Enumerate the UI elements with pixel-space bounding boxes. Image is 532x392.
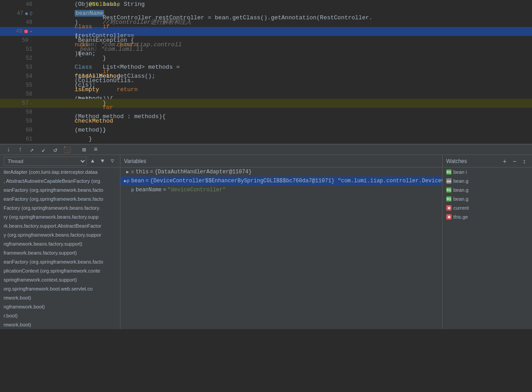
frame-view-btn[interactable]: ⊞ xyxy=(79,145,89,154)
watches-list: 01 bean i oo bean.g 01 bean.g 01 bean.g … xyxy=(443,167,532,329)
gutter-57: 57 ◦ xyxy=(0,100,36,106)
stack-item-5[interactable]: ry (org.springframework.beans.factory.su… xyxy=(0,212,120,221)
variables-panel: Variables ▶ ⊞ this = {DataAuthHandlerAda… xyxy=(120,155,442,329)
code-lines: 46 @Nullable 47 ◉ @ public Object postPr… xyxy=(0,0,532,144)
stack-item-1[interactable]: , AbstractAutowireCapableBeanFactory (or… xyxy=(0,176,120,185)
gutter-58: 58 xyxy=(0,109,36,115)
watch-bean-g-3[interactable]: 01 bean.g xyxy=(443,194,532,203)
watch-icon-3: 01 xyxy=(446,196,452,202)
watch-icon-5: ⊗ xyxy=(446,214,452,220)
gutter-61: 61 xyxy=(0,136,36,142)
var-icon-bean: p xyxy=(127,179,129,184)
gutter-48: 48 xyxy=(0,19,36,26)
breakpoint-dot xyxy=(24,30,28,33)
watches-controls: + − ↕ xyxy=(501,157,528,165)
filter-btn[interactable]: ▽ xyxy=(108,157,116,165)
stack-item-16[interactable]: r.boot) xyxy=(0,311,120,320)
settings-btn[interactable]: ≡ xyxy=(91,145,101,154)
stack-item-12[interactable]: springframework.context.support) xyxy=(0,275,120,284)
gutter-59: 59 xyxy=(0,118,36,124)
gutter-55: 55 xyxy=(0,82,36,88)
step-into-btn[interactable]: ↗ xyxy=(27,145,37,154)
stack-item-13[interactable]: org.springframework.boot.web.servlet.co xyxy=(0,284,120,293)
stack-item-17[interactable]: rework.boot) xyxy=(0,320,120,329)
stack-item-8[interactable]: ngframework.beans.factory.support) xyxy=(0,239,120,248)
code-editor[interactable]: 46 @Nullable 47 ◉ @ public Object postPr… xyxy=(0,0,532,144)
watch-bean-i[interactable]: 01 bean i xyxy=(443,167,532,176)
var-icon-beanname: p xyxy=(131,188,134,193)
stack-item-11[interactable]: plicationContext (org.springframework.co… xyxy=(0,266,120,275)
step-out-btn[interactable]: ↙ xyxy=(39,145,49,154)
gutter-51: 51 xyxy=(0,46,36,53)
gutter-53: 53 xyxy=(0,64,36,70)
stack-item-9[interactable]: framework.beans.factory.support) xyxy=(0,248,120,257)
nav-up-btn[interactable]: ▲ xyxy=(89,157,97,165)
var-beanname[interactable]: p beanName = "deviceController" xyxy=(120,185,442,194)
var-bean[interactable]: ▶ p bean = {DeviceController$$EnhancerBy… xyxy=(120,176,442,185)
watches-header: Watches + − ↕ xyxy=(443,155,532,167)
var-icon-this: ⊞ xyxy=(131,169,134,175)
stack-item-4[interactable]: Factory (org.springframework.beans.facto… xyxy=(0,203,120,212)
gutter-54: 54 xyxy=(0,73,36,79)
thread-selector[interactable]: Thread xyxy=(4,157,87,166)
ide-window: 46 @Nullable 47 ◉ @ public Object postPr… xyxy=(0,0,532,329)
stack-item-10[interactable]: eanFactory (org.springframework.beans.fa… xyxy=(0,257,120,266)
stack-item-2[interactable]: eanFactory (org.springframework.beans.fa… xyxy=(0,185,120,194)
stack-item-3[interactable]: eanFactory (org.springframework.beans.fa… xyxy=(0,194,120,203)
bottom-panel: Thread ▲ ▼ ▽ ilerAdapter (com.lumi.iiap.… xyxy=(0,155,532,329)
code-line-61: 61 } xyxy=(0,135,532,144)
remove-watch-btn[interactable]: − xyxy=(510,157,519,165)
variables-list: ▶ ⊞ this = {DataAuthHandlerAdapter@11074… xyxy=(120,167,442,329)
watch-icon-2: 01 xyxy=(446,187,452,193)
debug-icon: ✦ xyxy=(30,29,32,34)
watch-thisge[interactable]: ⊗ this.ge xyxy=(443,212,532,221)
watch-bean-g-1[interactable]: oo bean.g xyxy=(443,176,532,185)
run-cursor-btn[interactable]: ↺ xyxy=(50,145,60,154)
watches-panel: Watches + − ↕ 01 bean i oo bean.g 01 xyxy=(442,155,532,329)
bookmark-icon: ◉ xyxy=(25,11,28,16)
stack-item-7[interactable]: y (org.springframework.beans.factory.sup… xyxy=(0,230,120,239)
gutter-50: 50 ◦ xyxy=(0,37,36,44)
gutter-47: 47 ◉ @ xyxy=(0,10,36,17)
watch-icon-4: ⊗ xyxy=(446,205,452,211)
gutter-49: 49 ✦ xyxy=(0,28,36,35)
nav-down-btn[interactable]: ▼ xyxy=(98,157,106,165)
call-stack-list: ilerAdapter (com.lumi.iiap.interceptor.d… xyxy=(0,167,120,329)
gutter-56: 56 xyxy=(0,91,36,97)
watch-icon-0: 01 xyxy=(446,169,452,175)
stack-item-15[interactable]: ngframework.boot) xyxy=(0,302,120,311)
expand-this[interactable]: ▶ xyxy=(124,169,131,175)
stack-dropdown[interactable]: Thread ▲ ▼ ▽ xyxy=(0,155,120,167)
line-content-61: } xyxy=(36,126,532,144)
var-this[interactable]: ▶ ⊞ this = {DataAuthHandlerAdapter@11074… xyxy=(120,167,442,176)
stop-btn[interactable]: ⬛ xyxy=(62,145,72,154)
stack-item-14[interactable]: rework.boot) xyxy=(0,293,120,302)
move-watch-btn[interactable]: ↕ xyxy=(520,157,528,165)
add-watch-btn[interactable]: + xyxy=(501,157,509,165)
watch-bean-g-2[interactable]: 01 bean.g xyxy=(443,185,532,194)
debug-toolbar: ↓ ↑ ↗ ↙ ↺ ⬛ ⊞ ≡ xyxy=(0,144,532,155)
gutter-46: 46 xyxy=(0,1,36,8)
gutter-60: 60 xyxy=(0,127,36,133)
watch-current[interactable]: ⊗ current xyxy=(443,203,532,212)
gutter-52: 52 xyxy=(0,55,36,62)
call-stack-panel: Thread ▲ ▼ ▽ ilerAdapter (com.lumi.iiap.… xyxy=(0,155,120,329)
step-down-btn[interactable]: ↓ xyxy=(4,145,13,154)
watch-icon-1: oo xyxy=(446,178,452,184)
stack-item-0[interactable]: ilerAdapter (com.lumi.iiap.interceptor.d… xyxy=(0,167,120,176)
stack-item-6[interactable]: rk.beans.factory.support.AbstractBeanFac… xyxy=(0,221,120,230)
step-up-btn[interactable]: ↑ xyxy=(15,145,25,154)
variables-header: Variables xyxy=(120,155,442,167)
